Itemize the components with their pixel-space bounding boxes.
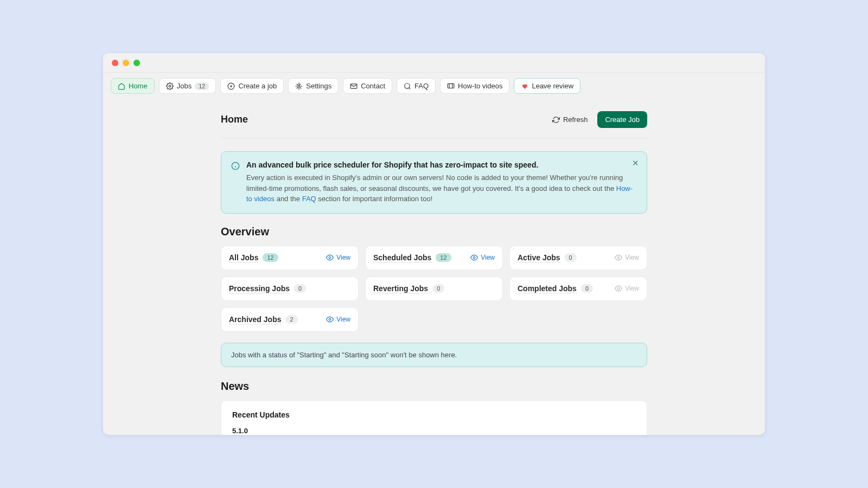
view-link[interactable]: View xyxy=(326,316,350,323)
refresh-icon xyxy=(552,116,560,124)
news-heading: News xyxy=(221,380,647,393)
svg-rect-8 xyxy=(448,84,454,88)
nav-home-label: Home xyxy=(129,82,148,90)
card-count: 12 xyxy=(436,253,451,262)
view-link[interactable]: View xyxy=(326,254,350,261)
svg-point-15 xyxy=(473,256,475,259)
card-label: Reverting Jobs xyxy=(373,284,428,293)
card-reverting: Reverting Jobs0 xyxy=(365,277,503,301)
banner-close-icon[interactable]: ✕ xyxy=(632,158,639,168)
view-link[interactable]: View xyxy=(470,254,495,261)
nav-videos-label: How-to videos xyxy=(458,82,502,90)
page-header: Home Refresh Create Job xyxy=(221,99,647,138)
maximize-window-icon[interactable] xyxy=(133,60,140,66)
faq-link[interactable]: FAQ xyxy=(302,195,316,203)
video-icon xyxy=(447,82,455,90)
app-window: Home Jobs 12 Create a job Settings Conta… xyxy=(103,53,765,435)
nav-review-label: Leave review xyxy=(532,82,573,90)
card-count: 0 xyxy=(565,253,577,262)
card-count: 0 xyxy=(581,284,593,293)
gear-icon xyxy=(166,82,174,90)
svg-point-6 xyxy=(405,83,410,88)
card-label: Active Jobs xyxy=(518,253,560,262)
card-active: Active Jobs0View xyxy=(509,246,647,270)
nav-faq[interactable]: FAQ xyxy=(397,78,436,94)
info-banner: An advanced bulk price scheduler for Sho… xyxy=(221,151,647,214)
refresh-button[interactable]: Refresh xyxy=(548,112,592,127)
nav-settings-label: Settings xyxy=(306,82,331,90)
svg-point-17 xyxy=(617,287,620,290)
nav-jobs[interactable]: Jobs 12 xyxy=(159,78,216,94)
news-version: 5.1.0 xyxy=(232,427,636,435)
view-link[interactable]: View xyxy=(615,254,639,261)
content-area: Home Refresh Create Job An advanced bulk… xyxy=(103,99,765,435)
info-icon xyxy=(231,162,240,204)
page-title: Home xyxy=(221,114,248,125)
nav-faq-label: FAQ xyxy=(414,82,429,90)
plus-circle-icon xyxy=(227,82,235,90)
svg-point-18 xyxy=(329,318,331,320)
card-count: 12 xyxy=(263,253,278,262)
card-scheduled: Scheduled Jobs12View xyxy=(365,246,503,270)
heart-icon xyxy=(521,82,528,90)
status-note: Jobs with a status of "Starting" and "St… xyxy=(221,343,647,367)
refresh-label: Refresh xyxy=(563,115,588,124)
nav-jobs-label: Jobs xyxy=(177,82,192,90)
nav-create-job[interactable]: Create a job xyxy=(220,78,284,94)
nav-contact[interactable]: Contact xyxy=(343,78,392,94)
card-count: 0 xyxy=(294,284,306,293)
card-label: Completed Jobs xyxy=(518,284,577,293)
card-archived: Archived Jobs2View xyxy=(221,307,359,332)
card-label: All Jobs xyxy=(229,253,258,262)
card-label: Processing Jobs xyxy=(229,284,290,293)
svg-point-4 xyxy=(298,85,300,87)
card-count: 0 xyxy=(432,284,444,293)
create-job-button[interactable]: Create Job xyxy=(597,111,647,128)
nav-bar: Home Jobs 12 Create a job Settings Conta… xyxy=(103,73,765,99)
card-processing: Processing Jobs0 xyxy=(221,277,359,301)
card-count: 2 xyxy=(285,315,297,324)
banner-body: Every action is executed in Shopify's ad… xyxy=(246,172,637,204)
overview-grid: All Jobs12ViewScheduled Jobs12ViewActive… xyxy=(221,246,647,332)
nav-videos[interactable]: How-to videos xyxy=(440,78,509,94)
svg-point-14 xyxy=(329,256,331,259)
nav-review[interactable]: Leave review xyxy=(514,78,580,94)
overview-heading: Overview xyxy=(221,226,647,238)
news-card: Recent Updates 5.1.0 October 23, 2023 Ad… xyxy=(221,400,647,435)
search-icon xyxy=(404,82,411,90)
nav-home[interactable]: Home xyxy=(111,78,155,94)
nav-create-label: Create a job xyxy=(238,82,277,90)
news-subtitle: Recent Updates xyxy=(232,410,636,419)
view-link[interactable]: View xyxy=(615,285,639,292)
nav-contact-label: Contact xyxy=(361,82,385,90)
card-all: All Jobs12View xyxy=(221,246,359,270)
nav-jobs-count: 12 xyxy=(195,82,209,90)
banner-title: An advanced bulk price scheduler for Sho… xyxy=(246,160,637,169)
settings-icon xyxy=(295,82,303,90)
svg-point-16 xyxy=(617,256,620,259)
svg-line-7 xyxy=(409,87,411,89)
card-label: Scheduled Jobs xyxy=(373,253,431,262)
card-completed: Completed Jobs0View xyxy=(509,277,647,301)
card-label: Archived Jobs xyxy=(229,315,281,324)
titlebar xyxy=(103,53,765,73)
svg-point-0 xyxy=(169,85,171,87)
nav-settings[interactable]: Settings xyxy=(288,78,339,94)
mail-icon xyxy=(350,82,358,90)
home-icon xyxy=(118,82,125,90)
minimize-window-icon[interactable] xyxy=(123,60,129,66)
close-window-icon[interactable] xyxy=(112,60,118,66)
